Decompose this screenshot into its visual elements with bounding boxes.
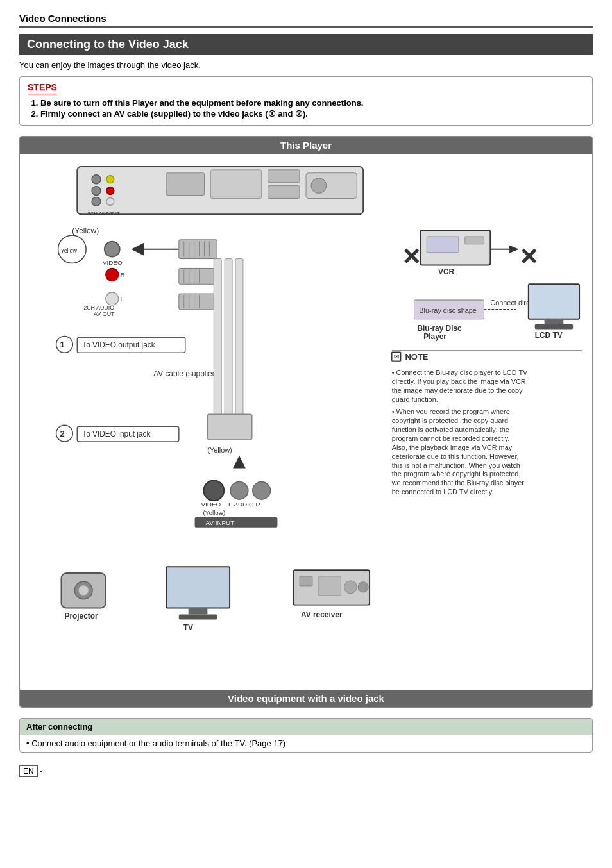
svg-text:copyright is protected, the co: copyright is protected, the copy guard	[392, 417, 508, 424]
svg-rect-78	[319, 576, 341, 596]
svg-text:• Connect the Blu-ray disc pla: • Connect the Blu-ray disc player to LCD…	[392, 369, 528, 376]
svg-text:✕: ✕	[519, 244, 538, 270]
after-body: • Connect audio equipment or the audio t…	[20, 735, 592, 752]
svg-text:Yellow: Yellow	[61, 247, 78, 254]
svg-text:AV OUT: AV OUT	[101, 211, 120, 217]
after-text: Connect audio equipment or the audio ter…	[31, 739, 285, 748]
svg-point-1	[92, 175, 101, 184]
svg-rect-22	[179, 240, 217, 259]
svg-marker-20	[132, 243, 144, 256]
diagram-outer: This Player 2CH AUDIO AV OUT	[19, 136, 593, 708]
steps-list: Be sure to turn off this Player and the …	[28, 98, 584, 119]
svg-text:guard function.: guard function.	[392, 396, 438, 403]
svg-text:LCD TV: LCD TV	[535, 331, 563, 340]
svg-point-3	[92, 197, 101, 206]
svg-rect-12	[268, 186, 300, 199]
svg-text:R: R	[121, 272, 125, 278]
svg-point-18	[105, 242, 120, 257]
subtitle: You can enjoy the images through the vid…	[19, 60, 593, 70]
svg-text:(Yellow): (Yellow)	[203, 509, 225, 516]
svg-point-62	[253, 481, 271, 499]
footer-en: EN	[19, 765, 38, 777]
svg-text:program cannot be recorded cor: program cannot be recorded correctly.	[392, 435, 510, 442]
svg-text:VCR: VCR	[438, 267, 454, 276]
main-heading: Connecting to the Video Jack	[19, 34, 593, 55]
svg-text:deteriorate due to this functi: deteriorate due to this function. Howeve…	[392, 453, 519, 460]
svg-text:To VIDEO input jack: To VIDEO input jack	[82, 430, 150, 438]
svg-text:the image may deteriorate due : the image may deteriorate due to the cop…	[392, 387, 523, 394]
svg-text:Also, the playback image via V: Also, the playback image via VCR may	[392, 444, 513, 451]
svg-point-14	[311, 178, 327, 194]
svg-text:1: 1	[60, 340, 65, 349]
svg-marker-59	[233, 456, 246, 469]
svg-point-60	[203, 480, 224, 501]
svg-point-61	[230, 481, 248, 499]
svg-text:L: L	[121, 296, 124, 303]
after-header: After connecting	[20, 719, 592, 735]
svg-text:VIDEO: VIDEO	[103, 259, 123, 266]
svg-text:the program where copyright is: the program where copyright is protected…	[392, 470, 521, 478]
svg-text:function is activated automati: function is activated automatically; the	[392, 426, 509, 433]
after-bullet: •	[26, 739, 31, 748]
svg-point-80	[358, 582, 368, 592]
step-1: Be sure to turn off this Player and the …	[40, 98, 584, 108]
svg-text:✕: ✕	[402, 244, 421, 270]
svg-point-2	[92, 187, 101, 196]
svg-text:To VIDEO output jack: To VIDEO output jack	[82, 340, 155, 349]
svg-rect-94	[529, 284, 579, 319]
section-title: Video Connections	[19, 13, 593, 28]
connection-diagram: 2CH AUDIO AV OUT (Yellow) Yellow VIDEO	[26, 160, 586, 681]
footer-dash: -	[40, 766, 42, 776]
svg-text:2: 2	[60, 429, 65, 438]
svg-text:Projector: Projector	[64, 612, 98, 621]
svg-rect-31	[179, 268, 217, 284]
svg-text:we recommend that the Blu-ray : we recommend that the Blu-ray disc playe…	[391, 479, 524, 487]
svg-rect-51	[225, 259, 232, 418]
svg-text:be connected to LCD TV directl: be connected to LCD TV directly.	[392, 488, 494, 496]
step-2: Firmly connect an AV cable (supplied) to…	[40, 109, 584, 119]
svg-text:VIDEO: VIDEO	[201, 501, 221, 508]
svg-text:Player: Player	[423, 332, 446, 341]
svg-rect-53	[207, 414, 251, 440]
svg-text:Blu-ray Disc: Blu-ray Disc	[417, 324, 462, 333]
svg-rect-52	[235, 259, 243, 418]
svg-rect-72	[166, 567, 230, 608]
svg-text:• When you record the program : • When you record the program where	[392, 408, 510, 415]
svg-point-79	[344, 581, 357, 594]
svg-point-5	[106, 187, 114, 195]
svg-text:2CH AUDIO: 2CH AUDIO	[83, 305, 114, 311]
svg-rect-77	[300, 576, 312, 586]
svg-text:directly. If you play back the: directly. If you play back the image via…	[392, 378, 528, 385]
svg-rect-96	[535, 324, 573, 330]
after-box: After connecting • Connect audio equipme…	[19, 718, 593, 753]
svg-point-6	[106, 197, 114, 205]
svg-text:L·AUDIO·R: L·AUDIO·R	[228, 501, 260, 508]
svg-text:NOTE: NOTE	[405, 352, 429, 362]
footer-area: EN -	[19, 759, 593, 777]
svg-rect-74	[179, 614, 217, 619]
svg-text:✉: ✉	[394, 353, 399, 360]
svg-rect-95	[545, 319, 564, 324]
svg-point-4	[106, 176, 114, 183]
diagram-header: This Player	[20, 137, 592, 154]
svg-rect-10	[210, 170, 261, 199]
svg-text:AV OUT: AV OUT	[94, 311, 115, 317]
svg-rect-38	[179, 294, 217, 310]
svg-text:AV cable (supplied): AV cable (supplied)	[153, 369, 219, 378]
svg-point-29	[106, 268, 119, 281]
svg-point-70	[78, 585, 89, 596]
svg-point-36	[106, 292, 119, 305]
diagram-body: 2CH AUDIO AV OUT (Yellow) Yellow VIDEO	[20, 154, 592, 690]
svg-text:this is not a malfunction. Whe: this is not a malfunction. When you watc…	[392, 462, 520, 469]
svg-text:Blu-ray disc shape: Blu-ray disc shape	[419, 306, 476, 314]
page-container: Video Connections Connecting to the Vide…	[19, 13, 593, 777]
svg-text:AV receiver: AV receiver	[301, 610, 343, 619]
svg-marker-88	[509, 246, 519, 253]
steps-title: STEPS	[28, 82, 57, 94]
svg-rect-11	[268, 170, 300, 183]
diagram-footer: Video equipment with a video jack	[20, 690, 592, 707]
svg-text:AV INPUT: AV INPUT	[205, 519, 234, 526]
svg-text:TV: TV	[183, 623, 193, 632]
svg-rect-50	[214, 259, 221, 418]
svg-rect-84	[465, 237, 484, 244]
